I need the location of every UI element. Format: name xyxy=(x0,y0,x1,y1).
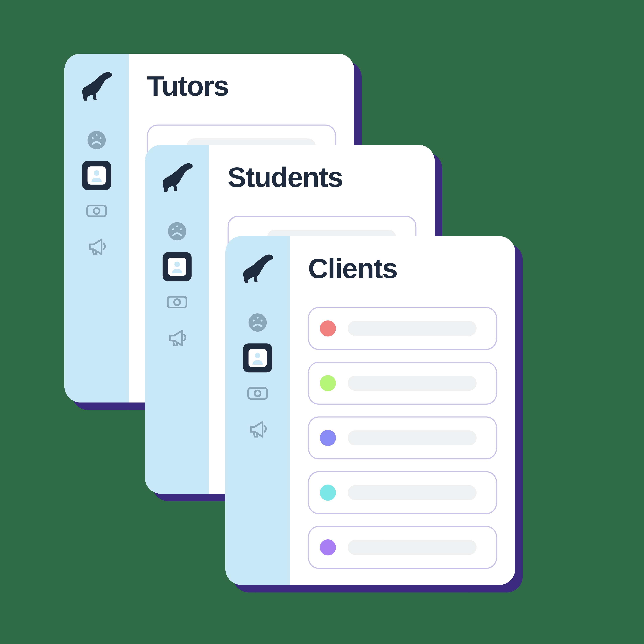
status-dot xyxy=(320,539,336,555)
svg-point-15 xyxy=(174,299,180,305)
sidebar-item-announce[interactable] xyxy=(82,232,111,261)
sidebar-item-billing[interactable] xyxy=(82,196,111,225)
content-area: Clients xyxy=(290,236,515,585)
list-item[interactable] xyxy=(308,526,497,569)
user-icon xyxy=(246,346,270,370)
placeholder-bar xyxy=(348,376,477,391)
svg-point-9 xyxy=(172,228,174,231)
sidebar-item-announce[interactable] xyxy=(163,323,192,352)
svg-point-17 xyxy=(252,319,255,322)
sidebar-item-billing[interactable] xyxy=(243,379,272,408)
svg-point-2 xyxy=(99,137,102,139)
placeholder-bar xyxy=(348,321,477,336)
gauge-icon xyxy=(165,220,189,243)
svg-point-18 xyxy=(260,319,263,322)
sidebar-item-billing[interactable] xyxy=(163,288,192,317)
status-dot xyxy=(320,320,336,336)
svg-point-11 xyxy=(176,225,178,228)
dinosaur-logo-icon xyxy=(77,65,116,104)
status-dot xyxy=(320,430,336,446)
list-item[interactable] xyxy=(308,471,497,514)
status-dot xyxy=(320,485,336,501)
dinosaur-logo-icon xyxy=(238,248,277,286)
svg-point-13 xyxy=(174,261,180,267)
page-title: Tutors xyxy=(147,70,336,102)
list-item[interactable] xyxy=(308,307,497,350)
sidebar-nav xyxy=(163,217,192,352)
svg-point-1 xyxy=(91,137,94,139)
sidebar-item-dashboard[interactable] xyxy=(243,308,272,337)
megaphone-icon xyxy=(246,417,270,441)
status-dot xyxy=(320,375,336,391)
svg-point-3 xyxy=(95,134,98,137)
sidebar-item-dashboard[interactable] xyxy=(82,126,111,155)
page-title: Students xyxy=(228,161,416,193)
placeholder-bar xyxy=(348,485,477,500)
card-clients: Clients xyxy=(225,236,515,585)
svg-point-19 xyxy=(256,316,259,319)
list-item[interactable] xyxy=(308,362,497,405)
svg-point-5 xyxy=(94,170,99,176)
stage: Tutors xyxy=(0,0,644,644)
megaphone-icon xyxy=(165,326,189,349)
user-icon xyxy=(165,255,189,279)
svg-point-10 xyxy=(180,228,182,231)
list-rows xyxy=(308,307,497,569)
money-icon xyxy=(165,290,189,314)
svg-point-23 xyxy=(255,390,260,396)
money-icon xyxy=(246,382,270,405)
sidebar-item-people[interactable] xyxy=(82,161,111,190)
sidebar xyxy=(145,145,209,494)
gauge-icon xyxy=(85,128,109,152)
gauge-icon xyxy=(246,311,270,334)
sidebar xyxy=(64,54,129,403)
svg-point-7 xyxy=(94,208,99,214)
money-icon xyxy=(85,199,109,223)
sidebar-item-announce[interactable] xyxy=(243,414,272,443)
megaphone-icon xyxy=(85,234,109,258)
page-title: Clients xyxy=(308,252,497,284)
list-item[interactable] xyxy=(308,416,497,459)
sidebar-item-dashboard[interactable] xyxy=(163,217,192,246)
sidebar-nav xyxy=(82,126,111,261)
sidebar-item-people[interactable] xyxy=(243,343,272,372)
placeholder-bar xyxy=(348,540,477,555)
sidebar-nav xyxy=(243,308,272,443)
placeholder-bar xyxy=(348,430,477,445)
sidebar xyxy=(225,236,290,585)
dinosaur-logo-icon xyxy=(158,157,196,195)
user-icon xyxy=(85,164,109,187)
sidebar-item-people[interactable] xyxy=(163,252,192,281)
svg-point-21 xyxy=(255,353,260,358)
